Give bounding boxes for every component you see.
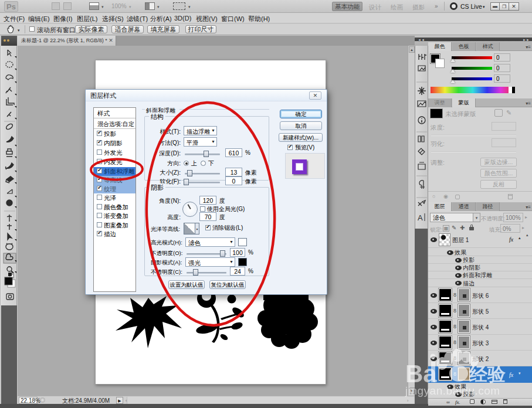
svg-text:A: A bbox=[418, 213, 423, 222]
